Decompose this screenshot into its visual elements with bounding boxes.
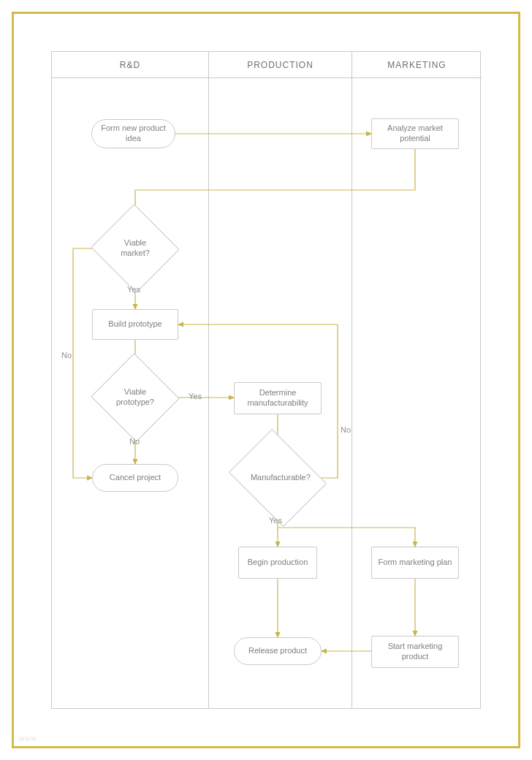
node-start-mkt: Start marketing product	[371, 636, 459, 668]
edge-label-mfg-no: No	[341, 425, 351, 434]
flowchart-stage: R&D PRODUCTION MARKETING	[51, 51, 481, 709]
edge-label-viable-proto-yes: Yes	[189, 392, 202, 400]
node-viable-market: Viable market?	[103, 218, 167, 279]
edge-label-viable-proto-no: No	[129, 437, 140, 446]
node-manufacturable: Manufacturable?	[239, 447, 316, 509]
edge-label-viable-market-no: No	[61, 351, 72, 360]
edge-label-viable-market-yes: Yes	[127, 285, 140, 294]
node-viable-prototype: Viable prototype?	[103, 367, 167, 428]
lane-divider-1	[208, 78, 209, 708]
edge-label-mfg-yes: Yes	[269, 516, 282, 525]
node-build-prototype: Build prototype	[92, 309, 178, 340]
node-begin-production: Begin production	[238, 547, 317, 579]
node-viable-prototype-label: Viable prototype?	[113, 387, 158, 408]
lane-header-production: PRODUCTION	[208, 52, 352, 78]
node-viable-market-label: Viable market?	[113, 238, 158, 259]
node-cancel-project: Cancel project	[92, 464, 178, 492]
watermark: www	[19, 734, 37, 742]
node-manufacturable-label: Manufacturable?	[251, 473, 305, 483]
node-form-mkt-plan: Form marketing plan	[371, 547, 459, 579]
node-release-product: Release product	[234, 637, 322, 665]
lane-divider-2	[352, 78, 352, 708]
lane-header-rd: R&D	[52, 52, 208, 78]
node-analyze-market: Analyze market potential	[371, 118, 459, 149]
node-form-idea: Form new product idea	[91, 119, 175, 148]
lane-header-marketing: MARKETING	[352, 52, 482, 78]
node-determine-mfg: Determine manufacturability	[234, 382, 322, 414]
